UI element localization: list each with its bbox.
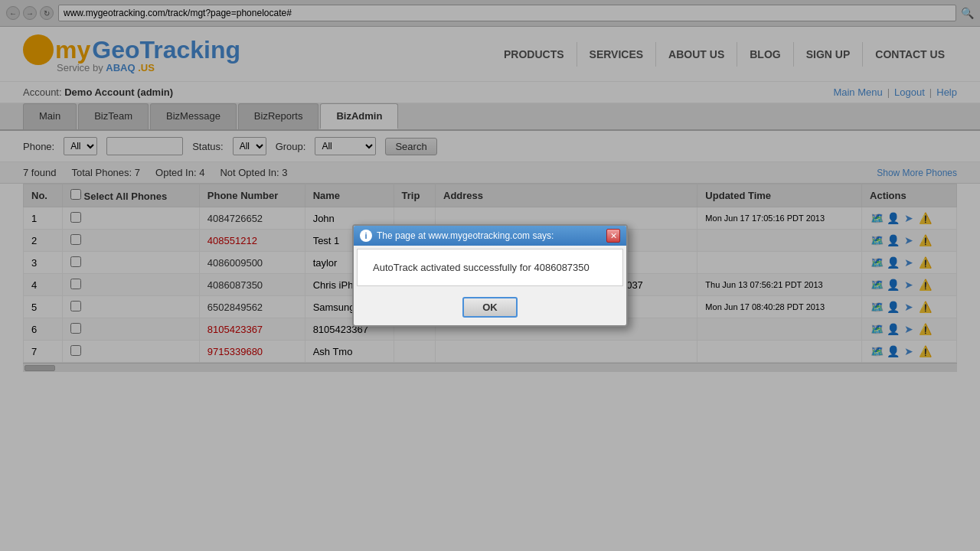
dialog-ok-button[interactable]: OK xyxy=(462,297,518,318)
dialog-titlebar: i The page at www.mygeotracking.com says… xyxy=(354,226,626,246)
dialog-title-left: i The page at www.mygeotracking.com says… xyxy=(360,230,554,242)
dialog-footer: OK xyxy=(354,289,626,325)
dialog-message: AutoTrack activated successfully for 408… xyxy=(373,262,607,273)
dialog-close-button[interactable]: ✕ xyxy=(606,229,620,243)
dialog-title: The page at www.mygeotracking.com says: xyxy=(377,230,554,241)
dialog-close-icon: ✕ xyxy=(610,231,617,241)
dialog-info-icon: i xyxy=(360,230,372,242)
dialog-overlay: i The page at www.mygeotracking.com says… xyxy=(0,0,980,551)
dialog-box: i The page at www.mygeotracking.com says… xyxy=(352,224,628,327)
dialog-body: AutoTrack activated successfully for 408… xyxy=(357,249,623,286)
